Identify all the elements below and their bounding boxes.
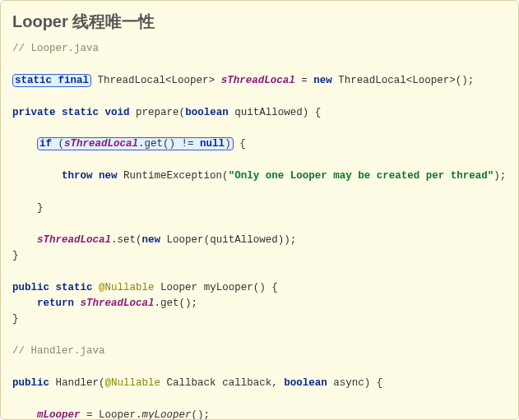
slide-title: Looper 线程唯一性 bbox=[12, 11, 507, 33]
highlight-if-check: if (sThreadLocal.get() != null) bbox=[37, 137, 234, 150]
comment-line: // Looper.java bbox=[12, 43, 99, 54]
code-block: // Looper.java static final ThreadLocal<… bbox=[12, 41, 507, 420]
highlight-static-final: static final bbox=[12, 74, 91, 87]
slide-card: Looper 线程唯一性 // Looper.java static final… bbox=[0, 0, 519, 420]
comment-line: // Handler.java bbox=[12, 345, 105, 357]
